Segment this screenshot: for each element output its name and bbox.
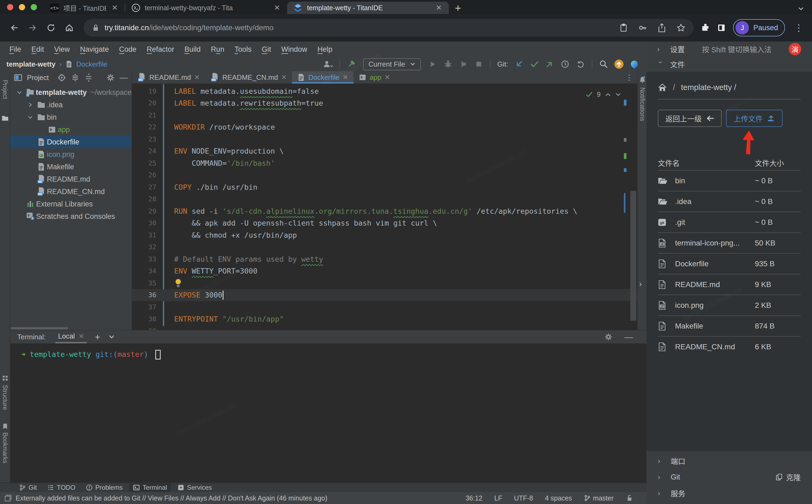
menu-edit[interactable]: Edit <box>26 45 49 54</box>
code-line-24[interactable]: 24ENV NODE_ENV=production \ <box>132 145 637 157</box>
tree-item-bin[interactable]: bin <box>10 111 132 123</box>
notifications-bell-icon[interactable] <box>639 76 646 84</box>
demo-badge[interactable]: 演 <box>789 43 801 55</box>
update-available-icon[interactable] <box>613 58 625 70</box>
file-row-terminal-icon-png-[interactable]: terminal-icon-png...50 KB <box>658 232 801 253</box>
close-tab-icon[interactable]: ✕ <box>343 74 348 81</box>
code-line-30[interactable]: 30 && apk add -U openssh-client sshpass … <box>132 217 637 229</box>
project-folder-icon[interactable] <box>2 115 9 121</box>
code-line-25[interactable]: 25 COMMAND='/bin/bash' <box>132 157 637 169</box>
browser-tab-project[interactable]: <t> 项目 - TitanIDE ✕ <box>44 2 125 14</box>
extensions-puzzle-icon[interactable] <box>700 23 710 33</box>
tree-item-app[interactable]: app <box>10 123 132 136</box>
tree-item--idea[interactable]: .idea <box>10 99 132 111</box>
new-tab-button[interactable]: + <box>455 3 461 13</box>
go-up-button[interactable]: 返回上一级 <box>658 110 722 127</box>
select-opened-file-icon[interactable] <box>57 73 66 82</box>
tree-item-readme-md[interactable]: MDREADME.md <box>10 173 132 185</box>
tool-strip-structure[interactable]: Structure <box>1 385 9 410</box>
toolwindow-terminal[interactable]: Terminal <box>129 483 171 492</box>
menu-view[interactable]: View <box>49 45 75 54</box>
password-key-icon[interactable] <box>638 23 647 32</box>
new-terminal-icon[interactable]: + <box>95 332 100 342</box>
reload-icon[interactable] <box>43 20 59 36</box>
tree-item-icon-png[interactable]: icon.png <box>10 148 132 161</box>
home-icon[interactable] <box>61 20 77 36</box>
profile-paused-button[interactable]: J Paused <box>733 19 785 36</box>
tree-item-makefile[interactable]: Makefile <box>10 161 132 173</box>
menu-help[interactable]: Help <box>312 45 338 54</box>
menu-git[interactable]: Git <box>257 45 276 54</box>
toolwindow-git[interactable]: Git <box>15 483 41 492</box>
back-icon[interactable] <box>6 20 22 36</box>
history-clock-icon[interactable] <box>559 58 571 70</box>
file-row--idea[interactable]: .idea~ 0 B <box>658 191 801 212</box>
code-line-23[interactable]: 23 <box>132 133 637 145</box>
code-line-39[interactable]: 39 <box>132 325 637 330</box>
menu-refactor[interactable]: Refactor <box>142 45 179 54</box>
close-tab-icon[interactable]: ✕ <box>194 74 200 81</box>
file-row--git[interactable]: git.git~ 0 B <box>658 212 801 232</box>
stripe-mark[interactable] <box>624 168 627 172</box>
toolwindow-toggle-icon[interactable] <box>4 494 12 502</box>
close-tab-icon[interactable]: ✕ <box>273 4 281 12</box>
address-bar[interactable]: try.titanide.cn/ide/web/coding/template-… <box>84 19 694 37</box>
file-row-icon-png[interactable]: icon.png2 KB <box>658 295 801 315</box>
scrollbar-thumb[interactable] <box>11 327 68 329</box>
file-encoding[interactable]: UTF-8 <box>514 494 533 502</box>
close-tab-icon[interactable]: ✕ <box>79 333 84 340</box>
clone-button[interactable]: 克隆 <box>775 472 801 482</box>
tool-strip-bookmarks[interactable]: Bookmarks <box>1 432 9 463</box>
sidebar-settings-row[interactable]: › 设置 按 Shift 键切换输入法 演 <box>646 42 812 57</box>
browser-tab-terminal-wetty[interactable]: terminal-wetty-bwqryafz - Tita ✕ <box>125 2 287 14</box>
file-row-readme-cn-md[interactable]: README_CN.md6 KB <box>658 336 801 357</box>
code-line-28[interactable]: 28 <box>132 193 637 205</box>
toolwindow-services[interactable]: Services <box>174 483 216 492</box>
upload-file-button[interactable]: 上传文件 <box>726 110 783 127</box>
sidebar-ports-row[interactable]: › 端口 <box>658 453 801 469</box>
tree-item-scratches-and-consoles[interactable]: Scratches and Consoles <box>10 210 132 223</box>
terminal-settings-gear-icon[interactable] <box>604 333 613 341</box>
file-row-readme-md[interactable]: README.md9 KB <box>658 274 801 295</box>
code-with-me-users-icon[interactable] <box>322 58 334 70</box>
code-line-27[interactable]: 27COPY ./bin /usr/bin <box>132 181 637 193</box>
code-line-20[interactable]: 20LABEL metadata.rewritesubpath=true <box>132 97 637 109</box>
breadcrumb-project[interactable]: template-wetty <box>6 60 56 68</box>
debug-button[interactable] <box>442 58 454 70</box>
chevron-right-icon[interactable] <box>25 102 36 108</box>
menu-window[interactable]: Window <box>276 45 312 54</box>
run-configuration-select[interactable]: Current File <box>363 58 421 70</box>
terminal-output[interactable]: ➜ template-wetty git:(master) <box>10 343 646 482</box>
share-icon[interactable] <box>658 23 666 33</box>
search-everywhere-icon[interactable] <box>598 58 609 70</box>
tool-strip-project[interactable]: Project <box>1 80 9 99</box>
git-push-icon[interactable] <box>544 58 555 70</box>
expand-panel-chevron-icon[interactable]: › <box>639 279 642 288</box>
collapse-all-icon[interactable] <box>84 73 93 82</box>
bookmarks-icon[interactable] <box>2 423 8 430</box>
close-tab-icon[interactable]: ✕ <box>281 74 287 81</box>
stripe-mark[interactable] <box>624 153 627 159</box>
indent-setting[interactable]: 4 spaces <box>545 494 572 502</box>
close-window-button[interactable] <box>7 4 13 10</box>
terminal-tab-local[interactable]: Local ✕ <box>55 330 87 343</box>
code-line-38[interactable]: 38ENTRYPOINT "/usr/bin/app" <box>132 313 637 325</box>
code-line-19[interactable]: 19LABEL metadata.usesubdomain=false <box>132 85 637 97</box>
status-message[interactable]: Externally added files can be added to G… <box>16 494 327 502</box>
sidebar-git-row[interactable]: › Git 克隆 <box>658 469 801 485</box>
line-ending[interactable]: LF <box>494 494 502 502</box>
menu-tools[interactable]: Tools <box>229 45 257 54</box>
editor-vscrollbar[interactable] <box>630 191 636 321</box>
forward-icon[interactable] <box>25 20 40 36</box>
stripe-mark[interactable] <box>624 100 627 106</box>
toolwindow-problems[interactable]: Problems <box>82 483 126 492</box>
maximize-window-button[interactable] <box>31 4 37 10</box>
intention-bulb-icon[interactable] <box>174 278 183 288</box>
sidebar-services-row[interactable]: › 服务 <box>658 485 801 501</box>
tree-item-readme-cn-md[interactable]: MDREADME_CN.md <box>10 185 132 198</box>
expand-all-icon[interactable] <box>71 73 80 82</box>
lock-icon[interactable] <box>92 23 100 32</box>
hide-terminal-icon[interactable]: — <box>624 332 633 342</box>
close-tab-icon[interactable]: ✕ <box>384 74 390 81</box>
build-hammer-icon[interactable] <box>346 58 357 70</box>
